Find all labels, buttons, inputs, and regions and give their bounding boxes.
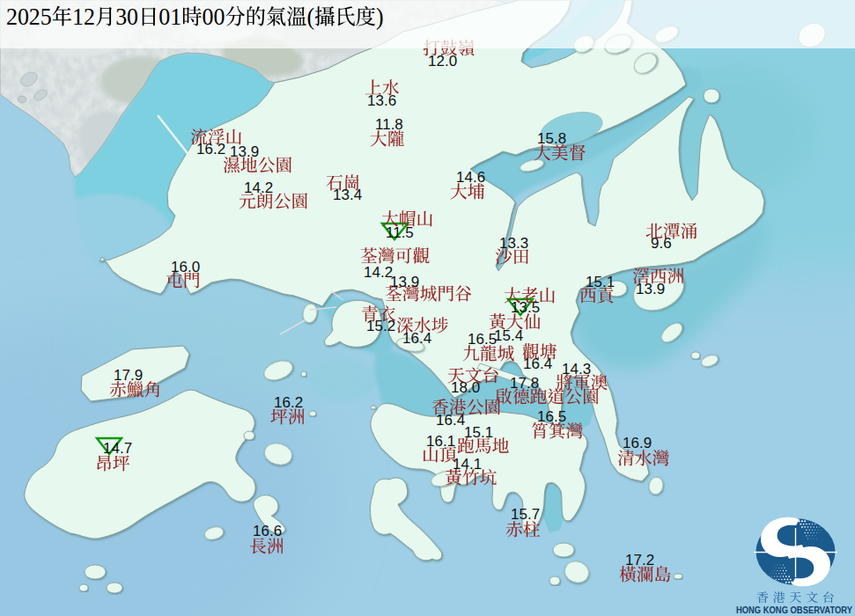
svg-text:16.4: 16.4 bbox=[523, 356, 552, 372]
svg-text:14.1: 14.1 bbox=[453, 456, 482, 473]
svg-text:12.0: 12.0 bbox=[428, 53, 457, 70]
svg-text:14.2: 14.2 bbox=[244, 180, 273, 196]
svg-text:18.0: 18.0 bbox=[451, 379, 480, 396]
svg-text:14.3: 14.3 bbox=[562, 361, 591, 378]
svg-text:13.9: 13.9 bbox=[636, 281, 665, 297]
svg-text:1: 1 bbox=[170, 3, 181, 30]
svg-text:0: 0 bbox=[213, 3, 225, 30]
svg-text:15.4: 15.4 bbox=[494, 327, 523, 344]
svg-text:15.7: 15.7 bbox=[511, 506, 540, 523]
svg-text:2: 2 bbox=[29, 3, 41, 30]
svg-text:0: 0 bbox=[158, 3, 170, 30]
svg-text:16.5: 16.5 bbox=[537, 408, 566, 425]
svg-text:15.8: 15.8 bbox=[537, 130, 566, 147]
svg-text:13.6: 13.6 bbox=[367, 92, 396, 109]
svg-text:15.1: 15.1 bbox=[586, 274, 615, 290]
svg-text:16.4: 16.4 bbox=[402, 330, 431, 347]
svg-text:11.8: 11.8 bbox=[375, 116, 403, 133]
svg-text:16.5: 16.5 bbox=[468, 331, 497, 348]
svg-text:2: 2 bbox=[84, 3, 95, 30]
svg-text:17.2: 17.2 bbox=[625, 552, 654, 568]
svg-text:16.1: 16.1 bbox=[426, 433, 455, 450]
svg-text:13.9: 13.9 bbox=[230, 143, 259, 160]
svg-text:0: 0 bbox=[127, 3, 138, 30]
svg-text:13.3: 13.3 bbox=[499, 235, 528, 252]
svg-text:11.5: 11.5 bbox=[386, 224, 414, 241]
svg-text:16.0: 16.0 bbox=[171, 259, 200, 275]
svg-text:16.4: 16.4 bbox=[436, 412, 465, 429]
svg-text:(: ( bbox=[307, 3, 315, 30]
svg-text:16.9: 16.9 bbox=[623, 435, 652, 451]
svg-text:15.1: 15.1 bbox=[464, 424, 493, 441]
svg-text:14.6: 14.6 bbox=[456, 169, 485, 186]
svg-text:17.9: 17.9 bbox=[114, 367, 143, 384]
svg-text:0: 0 bbox=[18, 3, 29, 30]
svg-text:15.2: 15.2 bbox=[366, 318, 395, 334]
svg-text:16.2: 16.2 bbox=[196, 141, 225, 158]
svg-text:2: 2 bbox=[6, 3, 18, 30]
svg-text:17.8: 17.8 bbox=[510, 375, 539, 392]
svg-text:): ) bbox=[376, 3, 384, 30]
svg-text:13.9: 13.9 bbox=[390, 274, 419, 290]
svg-text:13.4: 13.4 bbox=[333, 187, 362, 203]
svg-text:0: 0 bbox=[203, 3, 214, 30]
svg-text:9.6: 9.6 bbox=[651, 235, 672, 252]
svg-text:14.2: 14.2 bbox=[364, 264, 393, 281]
svg-text:HONG KONG OBSERVATORY: HONG KONG OBSERVATORY bbox=[736, 605, 853, 615]
svg-text:16.2: 16.2 bbox=[274, 394, 303, 411]
svg-text:1: 1 bbox=[72, 3, 84, 30]
svg-text:16.6: 16.6 bbox=[253, 523, 282, 539]
svg-text:3: 3 bbox=[115, 3, 127, 30]
svg-text:14.7: 14.7 bbox=[103, 440, 132, 457]
svg-text:13.5: 13.5 bbox=[511, 299, 540, 316]
svg-text:5: 5 bbox=[41, 3, 52, 30]
